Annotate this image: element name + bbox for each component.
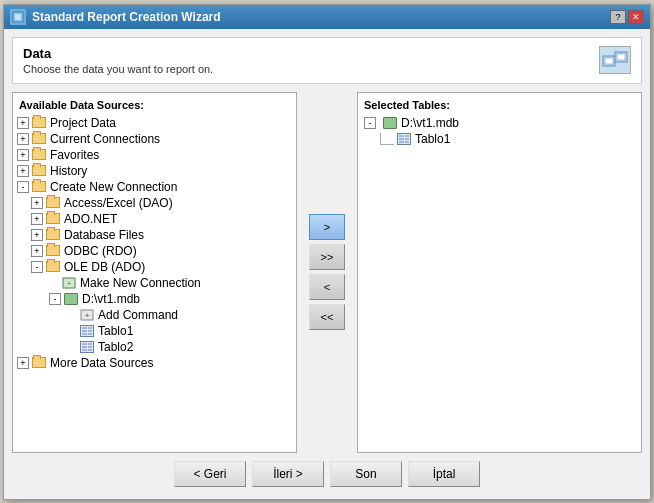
toggle-access-excel[interactable]: + (31, 197, 43, 209)
tree-item-ado-net[interactable]: + ADO.NET (13, 211, 296, 227)
close-button[interactable]: ✕ (628, 10, 644, 24)
right-db-icon-dvt1 (382, 116, 398, 130)
label-create-new-connection: Create New Connection (50, 180, 177, 194)
tree-item-dvt1-mdb[interactable]: - D:\vt1.mdb (13, 291, 296, 307)
connector-icon (380, 133, 394, 145)
label-odbc-rdo: ODBC (RDO) (64, 244, 137, 258)
folder-icon-favorites (31, 148, 47, 162)
label-database-files: Database Files (64, 228, 144, 242)
title-bar-buttons: ? ✕ (610, 10, 644, 24)
cancel-button[interactable]: İptal (408, 461, 480, 487)
toggle-favorites[interactable]: + (17, 149, 29, 161)
app-icon (10, 9, 26, 25)
folder-icon-ole-db-ado (45, 260, 61, 274)
folder-icon-history (31, 164, 47, 178)
db-icon-dvt1-mdb (63, 292, 79, 306)
label-tablo2: Tablo2 (98, 340, 133, 354)
help-button[interactable]: ? (610, 10, 626, 24)
toggle-create-new-connection[interactable]: - (17, 181, 29, 193)
right-panel[interactable]: Selected Tables: - D:\vt1.mdb (357, 92, 642, 453)
toggle-project-data[interactable]: + (17, 117, 29, 129)
table-icon-tablo1 (79, 324, 95, 338)
right-label-dvt1: D:\vt1.mdb (401, 116, 459, 130)
tree-item-tablo2[interactable]: Tablo2 (13, 339, 296, 355)
right-tree-item-dvt1[interactable]: - D:\vt1.mdb (358, 115, 641, 131)
header-title: Data (23, 46, 213, 61)
label-history: History (50, 164, 87, 178)
move-right-button[interactable]: > (309, 214, 345, 240)
main-panel: Available Data Sources: + Project Data +… (12, 92, 642, 453)
tree-item-project-data[interactable]: + Project Data (13, 115, 296, 131)
label-current-connections: Current Connections (50, 132, 160, 146)
right-table-icon-tablo1 (396, 132, 412, 146)
tree-item-tablo1-left[interactable]: Tablo1 (13, 323, 296, 339)
tree-item-more-data-sources[interactable]: + More Data Sources (13, 355, 296, 371)
right-toggle-dvt1[interactable]: - (364, 117, 376, 129)
header-section: Data Choose the data you want to report … (12, 37, 642, 84)
svg-rect-5 (617, 54, 625, 60)
header-description: Choose the data you want to report on. (23, 63, 213, 75)
right-label-tablo1: Tablo1 (415, 132, 450, 146)
title-bar: Standard Report Creation Wizard ? ✕ (4, 5, 650, 29)
toggle-history[interactable]: + (17, 165, 29, 177)
folder-icon-more-data-sources (31, 356, 47, 370)
main-window: Standard Report Creation Wizard ? ✕ Data… (3, 4, 651, 500)
back-button[interactable]: < Geri (174, 461, 246, 487)
move-all-right-button[interactable]: >> (309, 244, 345, 270)
left-panel-label: Available Data Sources: (13, 97, 296, 115)
move-left-button[interactable]: < (309, 274, 345, 300)
left-panel[interactable]: Available Data Sources: + Project Data +… (12, 92, 297, 453)
item-icon-make-new-connection: + (61, 276, 77, 290)
toggle-more-data-sources[interactable]: + (17, 357, 29, 369)
label-tablo1-left: Tablo1 (98, 324, 133, 338)
tree-item-make-new-connection[interactable]: + Make New Connection (13, 275, 296, 291)
label-access-excel: Access/Excel (DAO) (64, 196, 173, 210)
label-dvt1-mdb: D:\vt1.mdb (82, 292, 140, 306)
tree-item-history[interactable]: + History (13, 163, 296, 179)
tree-item-create-new-connection[interactable]: - Create New Connection (13, 179, 296, 195)
folder-icon-project-data (31, 116, 47, 130)
folder-icon-odbc-rdo (45, 244, 61, 258)
tree-item-database-files[interactable]: + Database Files (13, 227, 296, 243)
svg-text:+: + (67, 279, 72, 288)
folder-icon-access-excel (45, 196, 61, 210)
footer: < Geri İleri > Son İptal (12, 453, 642, 491)
folder-icon-database-files (45, 228, 61, 242)
toggle-ole-db-ado[interactable]: - (31, 261, 43, 273)
header-text: Data Choose the data you want to report … (23, 46, 213, 75)
label-favorites: Favorites (50, 148, 99, 162)
toggle-dvt1-mdb[interactable]: - (49, 293, 61, 305)
tree-item-add-command[interactable]: + Add Command (13, 307, 296, 323)
window-title: Standard Report Creation Wizard (32, 10, 221, 24)
tree-item-access-excel[interactable]: + Access/Excel (DAO) (13, 195, 296, 211)
folder-icon-current-connections (31, 132, 47, 146)
toggle-odbc-rdo[interactable]: + (31, 245, 43, 257)
item-icon-add-command: + (79, 308, 95, 322)
label-ole-db-ado: OLE DB (ADO) (64, 260, 145, 274)
right-tree-item-tablo1[interactable]: Tablo1 (358, 131, 641, 147)
tree-item-favorites[interactable]: + Favorites (13, 147, 296, 163)
toggle-database-files[interactable]: + (31, 229, 43, 241)
title-bar-text: Standard Report Creation Wizard (10, 9, 221, 25)
finish-button[interactable]: Son (330, 461, 402, 487)
toggle-ado-net[interactable]: + (31, 213, 43, 225)
svg-rect-1 (15, 14, 21, 20)
table-icon-tablo2 (79, 340, 95, 354)
tree-item-ole-db-ado[interactable]: - OLE DB (ADO) (13, 259, 296, 275)
folder-icon-create-new-connection (31, 180, 47, 194)
svg-text:+: + (85, 311, 90, 320)
folder-icon-ado-net (45, 212, 61, 226)
content-area: Data Choose the data you want to report … (4, 29, 650, 499)
toggle-current-connections[interactable]: + (17, 133, 29, 145)
label-make-new-connection: Make New Connection (80, 276, 201, 290)
label-project-data: Project Data (50, 116, 116, 130)
move-all-left-button[interactable]: << (309, 304, 345, 330)
tree-item-current-connections[interactable]: + Current Connections (13, 131, 296, 147)
right-panel-label: Selected Tables: (358, 97, 641, 115)
transfer-buttons-panel: > >> < << (305, 92, 349, 453)
next-button[interactable]: İleri > (252, 461, 324, 487)
label-ado-net: ADO.NET (64, 212, 117, 226)
label-more-data-sources: More Data Sources (50, 356, 153, 370)
tree-item-odbc-rdo[interactable]: + ODBC (RDO) (13, 243, 296, 259)
label-add-command: Add Command (98, 308, 178, 322)
